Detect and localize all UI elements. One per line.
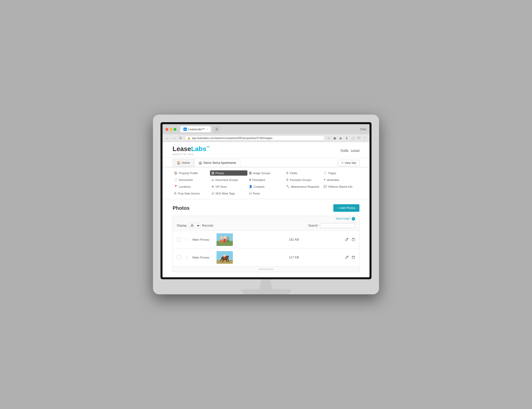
nav-maintenance[interactable]: 🔧 Maintenance Requests [285,184,322,189]
extension-icon-1[interactable]: ◉ [332,136,337,140]
svg-rect-21 [352,256,355,259]
nav-documents[interactable]: 📄 Documents [173,177,210,182]
nav-locations-label: Locations [179,185,191,188]
display-select[interactable]: 25 50 100 [188,223,200,228]
page-title: Photos [173,205,190,211]
nav-amenities-label: Amenities [327,178,339,181]
tab-close-icon[interactable]: × [206,128,208,131]
nav-seo-meta[interactable]: 🏷 SEO Meta Tags [210,191,247,196]
logo: LeaseLabs™ WEBSITE CMS [173,145,210,156]
nav-fields[interactable]: ☰ Fields [285,170,322,176]
nav-document-groups[interactable]: 🗂 Document Groups [210,177,247,182]
browser-tab[interactable]: LL LeaseLabs™ × [180,126,211,132]
star-icon-2[interactable]: ☆ [185,255,188,260]
url-text: app.leaselabs.com/admin/companies/581/pr… [192,137,272,140]
property-profile-icon: 🏠 [174,171,178,175]
new-tab-button[interactable] [214,126,220,132]
nav-prop-data-source[interactable]: ☰ Prop Data Source [173,191,210,196]
star-icon-1[interactable]: ☆ [185,237,188,242]
floorplans-icon: ⊞ [249,178,251,181]
maximize-button[interactable] [174,128,176,131]
row-checkbox-2[interactable] [177,255,181,259]
row-checkbox-1[interactable] [177,238,181,242]
nav-contacts[interactable]: 👤 Contacts [247,184,285,189]
locations-icon: 📍 [174,185,178,188]
need-help-row: Need Help? ? [173,216,359,221]
back-button[interactable]: ← [165,135,170,141]
nav-vr-tours[interactable]: 👁 VR Tours [210,184,247,189]
logout-link[interactable]: Logout [351,149,359,152]
nav-property-profile[interactable]: 🏠 Property Profile [173,170,210,176]
nav-referrer[interactable]: 💬 Referrer Based Info [322,184,359,189]
extension-icon-5[interactable]: 🛡 [356,136,361,140]
records-label: Records [202,224,213,227]
delete-button-1[interactable] [352,238,355,242]
forward-button[interactable]: → [172,135,177,141]
nav-floorplans[interactable]: ⊞ Floorplans [247,177,285,182]
extension-icon-2[interactable]: ◈ [338,136,343,140]
photo-thumbnail-1 [217,233,233,246]
table-controls: Display 25 50 100 Records Search: [173,221,359,231]
menu-icon[interactable]: ⋮ [362,136,367,140]
tab-property[interactable]: 🏢 Demo Siena Apartments [194,159,240,167]
extension-icon-4[interactable]: ⬜ [350,136,355,140]
nav-contacts-label: Contacts [254,185,264,188]
search-input[interactable] [320,223,355,228]
pages-icon: 📄 [324,171,327,175]
maintenance-icon: 🔧 [286,185,290,188]
external-link-icon: ↗ [341,161,343,165]
seo-icon: 🏷 [211,192,214,195]
logo-labs: Labs™ [191,145,210,153]
nav-floorplan-groups[interactable]: ☰ Floorplan Groups [285,177,322,182]
refresh-button[interactable]: ↻ [178,135,183,141]
delete-button-2[interactable] [352,255,355,260]
svg-rect-9 [352,239,355,241]
svg-rect-4 [220,240,223,243]
nav-pages[interactable]: 📄 Pages [322,170,359,176]
need-help-link[interactable]: Need Help? ? [336,217,355,220]
traffic-lights [166,128,176,131]
extension-icon-3[interactable]: ℹ [344,136,349,140]
svg-point-7 [227,237,229,240]
nav-locations[interactable]: 📍 Locations [173,184,210,189]
minimize-button[interactable] [170,128,172,131]
tab-favicon: LL [183,127,187,131]
svg-rect-8 [227,240,229,243]
nav-photos[interactable]: 🖼 Photos [210,170,247,176]
app-header: LeaseLabs™ WEBSITE CMS Profile Logout [163,142,369,158]
nav-fields-label: Fields [290,172,297,175]
profile-link[interactable]: Profile [341,149,348,152]
address-bar[interactable]: 🔒 app.leaselabs.com/admin/companies/581/… [185,135,325,141]
stand-base [241,289,291,294]
tab-home[interactable]: 🏠 Home [173,159,194,167]
bookmark-icon[interactable]: ☆ [326,136,331,140]
table-row: ☆ Make Primary [173,231,359,248]
edit-button-1[interactable] [345,238,349,242]
user-label: Chris [360,128,366,131]
photos-table: Need Help? ? Display 25 50 100 [173,216,359,272]
nav-image-groups-label: Image Groups [253,172,271,175]
make-primary-2[interactable]: Make Primary [192,256,212,259]
logo-lease: Lease [173,145,191,153]
address-bar-container: ← → ↻ 🔒 app.leaselabs.com/admin/companie… [163,134,369,142]
nav-document-groups-label: Document Groups [216,178,238,181]
nav-floorplans-label: Floorplans [252,178,265,181]
nav-perks[interactable]: 🏷 Perks [247,191,285,196]
nav-amenities[interactable]: ✦ Amenities [322,177,359,182]
nav-image-groups[interactable]: 🖼 Image Groups [247,170,285,176]
search-controls: Search: [308,223,355,228]
make-primary-1[interactable]: Make Primary [192,238,212,241]
monitor-stand [161,279,371,294]
edit-button-2[interactable] [345,255,349,260]
close-button[interactable] [166,128,168,131]
top-tabs-bar: 🏠 Home 🏢 Demo Siena Apartments ↗ View Si… [163,159,369,167]
logo-text: LeaseLabs™ [173,145,210,153]
nav-seo-label: SEO Meta Tags [216,192,235,195]
nav-pages-label: Pages [328,172,336,175]
nav-prop-data-label: Prop Data Source [178,192,200,195]
home-icon: 🏠 [177,161,181,165]
display-controls: Display 25 50 100 Records [177,223,213,228]
view-site-button[interactable]: ↗ View Site [338,160,359,166]
table-row: ☆ Make Primary [173,248,359,266]
add-photos-button[interactable]: + Add Photos [333,204,359,212]
